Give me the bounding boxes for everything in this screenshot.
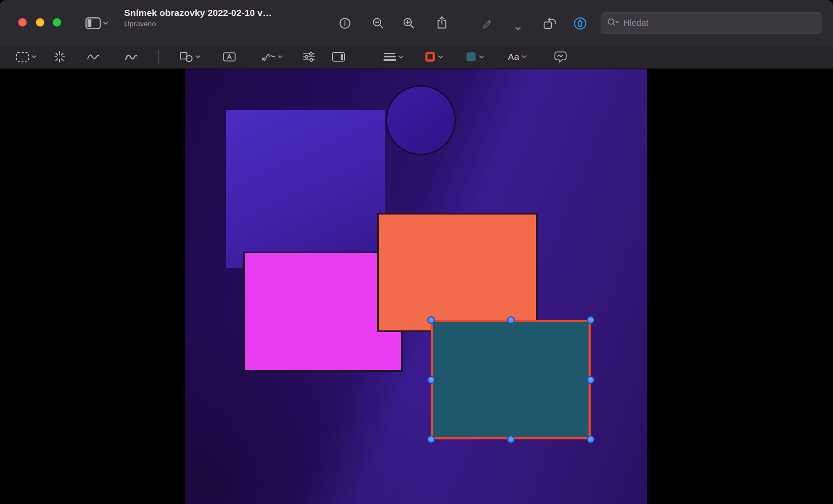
crop-button[interactable] [332, 51, 345, 62]
close-button[interactable] [18, 18, 27, 27]
describe-button[interactable] [554, 51, 567, 63]
share-icon [435, 15, 448, 30]
chevron-down-icon [278, 55, 283, 59]
selection-tool-button[interactable] [16, 51, 37, 62]
border-color-button[interactable] [424, 51, 443, 63]
sidebar-icon [85, 17, 101, 29]
rotate-left-icon [542, 17, 557, 30]
edited-image[interactable] [185, 69, 647, 504]
selection-handle-bottom-left[interactable] [427, 436, 435, 443]
zoom-out-button[interactable] [372, 16, 385, 31]
zoom-in-button[interactable] [402, 16, 415, 31]
annotation-bubble-icon [554, 51, 567, 63]
chevron-down-icon [103, 22, 108, 25]
chevron-down-icon [195, 55, 200, 59]
text-box-button[interactable] [223, 52, 236, 62]
markup-toolbar-toggle-button[interactable] [573, 16, 587, 31]
adjust-button[interactable] [303, 51, 316, 62]
window-subtitle: Upraveno [124, 20, 272, 28]
fill-color-button[interactable] [465, 51, 484, 63]
window-title: Snímek obrazovky 2022-02-10 v… [124, 8, 272, 18]
line-thickness-icon [383, 52, 396, 62]
chevron-down-icon [438, 55, 443, 59]
sidebar-toggle-button[interactable] [85, 16, 108, 31]
text-style-label: Aa [508, 52, 520, 62]
search-icon [607, 18, 619, 28]
selection-handle-top-right[interactable] [587, 316, 595, 324]
fill-color-swatch-icon [465, 51, 477, 63]
shapes-icon [179, 51, 193, 62]
chevron-down-icon [31, 55, 37, 59]
info-button[interactable] [338, 16, 351, 31]
selection-handle-bottom-middle[interactable] [507, 436, 515, 443]
sketch-tool-button[interactable] [87, 52, 100, 62]
share-button[interactable] [435, 15, 448, 30]
rotate-left-button[interactable] [542, 16, 557, 31]
draw-tool-button[interactable] [125, 52, 138, 62]
pencil-icon [482, 17, 494, 29]
sliders-icon [303, 51, 316, 62]
line-style-button[interactable] [383, 52, 404, 62]
zoom-in-icon [402, 17, 415, 30]
zoom-out-icon [372, 17, 385, 30]
markup-pen-button[interactable] [482, 16, 494, 31]
search-input[interactable] [623, 18, 816, 28]
selection-handle-middle-left[interactable] [427, 376, 435, 384]
canvas-area[interactable] [0, 69, 833, 504]
chevron-down-icon [515, 27, 521, 31]
draw-squiggle-icon [125, 52, 138, 62]
crop-frame-icon [332, 51, 345, 62]
border-color-swatch-icon [424, 51, 436, 63]
chevron-down-icon [398, 55, 404, 59]
orange-rectangle-shape[interactable] [377, 213, 538, 332]
search-field[interactable] [601, 12, 822, 34]
teal-rectangle-shape-selected[interactable] [431, 320, 591, 439]
signature-icon [261, 52, 276, 62]
sketch-squiggle-icon [87, 52, 100, 62]
selection-handle-top-middle[interactable] [507, 316, 515, 324]
text-box-icon [223, 52, 236, 62]
preview-window: Snímek obrazovky 2022-02-10 v… Upraveno [0, 0, 833, 504]
indigo-circle-shape[interactable] [386, 85, 456, 155]
selection-handle-top-left[interactable] [427, 316, 435, 324]
zoom-window-button[interactable] [53, 18, 61, 27]
selection-handle-middle-right[interactable] [587, 376, 595, 384]
toolbar-divider [158, 50, 159, 64]
indigo-square-shape[interactable] [226, 110, 385, 268]
selection-handle-bottom-right[interactable] [587, 436, 595, 443]
markup-nib-icon [573, 16, 587, 31]
shapes-button[interactable] [179, 51, 200, 62]
instant-alpha-button[interactable] [53, 51, 66, 63]
markup-toolbar: Aa [0, 45, 833, 69]
sign-button[interactable] [261, 52, 283, 62]
minimize-button[interactable] [36, 18, 44, 27]
chevron-down-icon [479, 55, 484, 59]
window-title-block: Snímek obrazovky 2022-02-10 v… Upraveno [124, 8, 272, 28]
title-bar: Snímek obrazovky 2022-02-10 v… Upraveno [0, 0, 833, 45]
magic-wand-icon [53, 51, 66, 63]
selection-rect-icon [16, 51, 29, 62]
info-icon [338, 17, 351, 30]
text-style-button[interactable]: Aa [508, 52, 527, 62]
chevron-down-icon [522, 55, 527, 59]
markup-pen-menu-button[interactable] [515, 21, 521, 36]
